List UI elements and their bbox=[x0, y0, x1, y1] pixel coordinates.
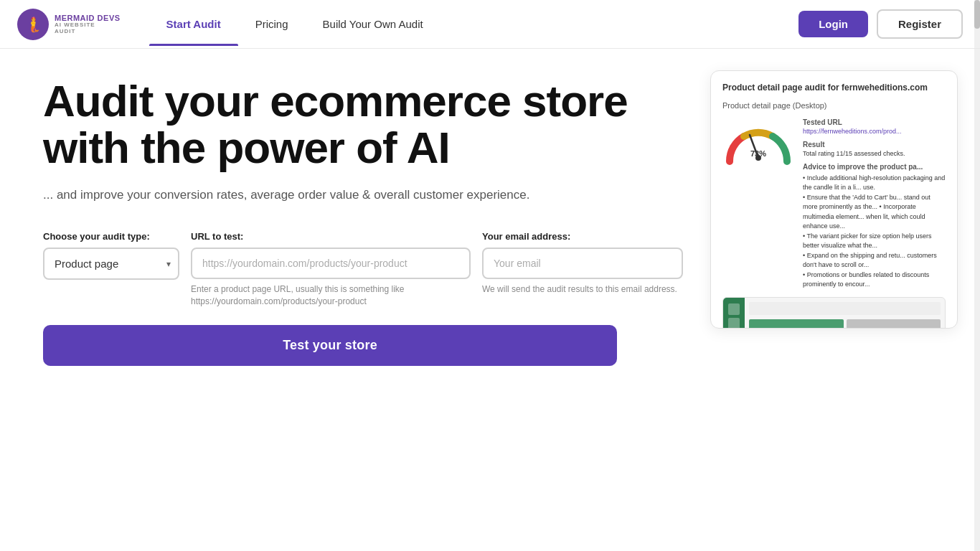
preview-subtitle: Product detail page (Desktop) bbox=[722, 101, 946, 110]
gauge-chart: 73% bbox=[722, 118, 794, 169]
main-content: Audit your ecommerce store with the powe… bbox=[0, 49, 980, 366]
scrollbar[interactable] bbox=[974, 0, 980, 551]
advice-text: • Include additional high-resolution pac… bbox=[803, 174, 946, 290]
mock-grid bbox=[749, 319, 941, 329]
logo-text: MERMAID DEVS AI WEBSITE AUDIT bbox=[55, 14, 121, 35]
headline: Audit your ecommerce store with the powe… bbox=[43, 77, 667, 171]
url-hint: Enter a product page URL, usually this i… bbox=[191, 283, 471, 308]
navbar: 🧜 MERMAID DEVS AI WEBSITE AUDIT Start Au… bbox=[0, 0, 980, 49]
screenshot-mockup bbox=[722, 297, 946, 329]
mock-header bbox=[749, 302, 941, 315]
mock-nav-item bbox=[728, 318, 740, 329]
mock-main bbox=[745, 298, 945, 329]
tested-url-value: https://fernweheditions.com/prod... bbox=[803, 128, 946, 135]
email-input[interactable] bbox=[482, 248, 683, 279]
nav-links: Start Audit Pricing Build Your Own Audit bbox=[149, 2, 799, 46]
nav-pricing[interactable]: Pricing bbox=[238, 2, 306, 46]
svg-text:73%: 73% bbox=[750, 149, 766, 158]
url-input[interactable] bbox=[191, 248, 471, 279]
audit-type-select[interactable]: Product page Home page Category page bbox=[43, 248, 179, 280]
preview-details: Tested URL https://fernweheditions.com/p… bbox=[803, 118, 946, 290]
email-label: Your email address: bbox=[482, 231, 683, 242]
audit-type-label: Choose your audit type: bbox=[43, 231, 179, 242]
nav-start-audit[interactable]: Start Audit bbox=[149, 2, 238, 46]
logo[interactable]: 🧜 MERMAID DEVS AI WEBSITE AUDIT bbox=[17, 9, 121, 40]
test-store-button[interactable]: Test your store bbox=[43, 325, 617, 366]
mock-nav-item bbox=[728, 303, 740, 315]
audit-type-group: Choose your audit type: Product page Hom… bbox=[43, 231, 179, 280]
logo-line1: MERMAID DEVS bbox=[55, 14, 121, 22]
mock-sidebar bbox=[723, 298, 745, 329]
login-button[interactable]: Login bbox=[798, 11, 868, 37]
tested-url-label: Tested URL bbox=[803, 118, 946, 126]
headline-line1: Audit your ecommerce store bbox=[43, 76, 628, 126]
logo-line3: AUDIT bbox=[55, 29, 121, 35]
email-hint: We will send the audit results to this e… bbox=[482, 283, 683, 296]
form-row-main: Choose your audit type: Product page Hom… bbox=[43, 231, 667, 308]
left-panel: Audit your ecommerce store with the powe… bbox=[43, 77, 667, 366]
nav-build-audit[interactable]: Build Your Own Audit bbox=[306, 2, 440, 46]
url-group: URL to test: Enter a product page URL, u… bbox=[191, 231, 471, 308]
mock-product-img bbox=[749, 319, 844, 329]
audit-form: Choose your audit type: Product page Hom… bbox=[43, 231, 667, 366]
mock-product-img bbox=[847, 319, 941, 329]
preview-body: 73% Tested URL https://fernweheditions.c… bbox=[722, 118, 946, 290]
result-value: Total rating 11/15 assessed checks. bbox=[803, 150, 946, 157]
audit-type-select-wrap: Product page Home page Category page ▾ bbox=[43, 248, 179, 280]
headline-line2: with the power of AI bbox=[43, 123, 450, 172]
subheadline: ... and improve your conversion rates, a… bbox=[43, 188, 667, 202]
nav-actions: Login Register bbox=[798, 9, 963, 39]
result-label: Result bbox=[803, 141, 946, 149]
url-label: URL to test: bbox=[191, 231, 471, 242]
register-button[interactable]: Register bbox=[877, 9, 963, 39]
email-group: Your email address: We will send the aud… bbox=[482, 231, 683, 296]
gauge-wrap: 73% bbox=[722, 118, 794, 290]
preview-title: Product detail page audit for fernwehedi… bbox=[722, 83, 946, 94]
audit-preview-panel: Product detail page audit for fernwehedi… bbox=[710, 70, 958, 329]
advice-label: Advice to improve the product pa... bbox=[803, 163, 946, 171]
logo-icon: 🧜 bbox=[17, 9, 49, 40]
